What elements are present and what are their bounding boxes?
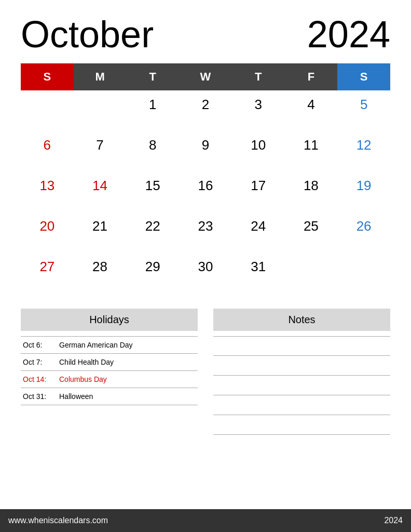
holiday-item: Oct 14:Columbus Day [21, 371, 198, 388]
calendar-row: 2728293031 [21, 252, 390, 293]
calendar-day: 31 [232, 252, 285, 293]
holidays-header: Holidays [21, 309, 198, 331]
holiday-date: Oct 14: [23, 375, 59, 383]
header: October 2024 [21, 16, 390, 53]
calendar-day: 27 [21, 252, 74, 293]
year-title: 2024 [307, 16, 390, 53]
calendar-day [21, 90, 74, 131]
calendar-day: 17 [232, 171, 285, 212]
calendar-day: 12 [337, 131, 390, 171]
calendar-day [285, 252, 338, 293]
calendar-wrapper: S M T W T F S 12345678910111213141516171… [21, 63, 390, 298]
holiday-date: Oct 7: [23, 358, 59, 366]
calendar-table: S M T W T F S 12345678910111213141516171… [21, 63, 390, 293]
holiday-name: Child Health Day [59, 358, 114, 366]
calendar-day: 4 [285, 90, 338, 131]
calendar-header: S M T W T F S [21, 63, 390, 90]
calendar-day: 11 [285, 131, 338, 171]
sunday-header: S [21, 63, 74, 90]
calendar-day: 2 [179, 90, 232, 131]
holiday-date: Oct 31: [23, 392, 59, 401]
notes-line [213, 356, 390, 376]
calendar-day: 3 [232, 90, 285, 131]
monday-header: M [74, 63, 127, 90]
calendar-body: 1234567891011121314151617181920212223242… [21, 90, 390, 293]
calendar-day: 13 [21, 171, 74, 212]
notes-line [213, 415, 390, 435]
calendar-day: 9 [179, 131, 232, 171]
calendar-day: 24 [232, 212, 285, 252]
holiday-name: Columbus Day [59, 375, 107, 383]
holiday-name: German American Day [59, 341, 133, 349]
calendar-row: 13141516171819 [21, 171, 390, 212]
wednesday-header: W [179, 63, 232, 90]
thursday-header: T [232, 63, 285, 90]
saturday-header: S [337, 63, 390, 90]
calendar-day: 16 [179, 171, 232, 212]
calendar-day: 28 [74, 252, 127, 293]
calendar-day: 29 [126, 252, 179, 293]
footer: www.wheniscalendars.com 2024 [0, 509, 411, 532]
friday-header: F [285, 63, 338, 90]
calendar-day: 8 [126, 131, 179, 171]
calendar-day: 25 [285, 212, 338, 252]
holiday-name: Halloween [59, 392, 93, 401]
notes-header: Notes [213, 309, 390, 331]
calendar-day: 5 [337, 90, 390, 131]
calendar-day: 7 [74, 131, 127, 171]
weekday-row: S M T W T F S [21, 63, 390, 90]
calendar-day: 20 [21, 212, 74, 252]
tuesday-header: T [126, 63, 179, 90]
footer-year: 2024 [384, 516, 403, 525]
notes-box: Notes [213, 309, 390, 509]
calendar-row: 6789101112 [21, 131, 390, 171]
bottom-section: Holidays Oct 6:German American DayOct 7:… [21, 309, 390, 509]
calendar-row: 12345 [21, 90, 390, 131]
calendar-day: 10 [232, 131, 285, 171]
calendar-day: 6 [21, 131, 74, 171]
calendar-day: 1 [126, 90, 179, 131]
notes-line [213, 376, 390, 395]
footer-website: www.wheniscalendars.com [8, 516, 108, 525]
calendar-day: 21 [74, 212, 127, 252]
calendar-day: 18 [285, 171, 338, 212]
calendar-day: 14 [74, 171, 127, 212]
page: October 2024 S M T W T F S 1234567891011… [0, 0, 411, 532]
holiday-item: Oct 7:Child Health Day [21, 354, 198, 371]
calendar-day: 22 [126, 212, 179, 252]
calendar-day [74, 90, 127, 131]
holiday-date: Oct 6: [23, 341, 59, 349]
notes-line [213, 395, 390, 415]
month-title: October [21, 16, 154, 53]
calendar-day [337, 252, 390, 293]
holiday-item: Oct 6:German American Day [21, 336, 198, 354]
notes-line [213, 336, 390, 356]
holiday-item: Oct 31:Halloween [21, 388, 198, 405]
calendar-day: 23 [179, 212, 232, 252]
notes-lines [213, 336, 390, 435]
calendar-day: 26 [337, 212, 390, 252]
calendar-day: 19 [337, 171, 390, 212]
calendar-day: 30 [179, 252, 232, 293]
holiday-list: Oct 6:German American DayOct 7:Child Hea… [21, 336, 198, 405]
holidays-box: Holidays Oct 6:German American DayOct 7:… [21, 309, 198, 509]
calendar-day: 15 [126, 171, 179, 212]
calendar-row: 20212223242526 [21, 212, 390, 252]
